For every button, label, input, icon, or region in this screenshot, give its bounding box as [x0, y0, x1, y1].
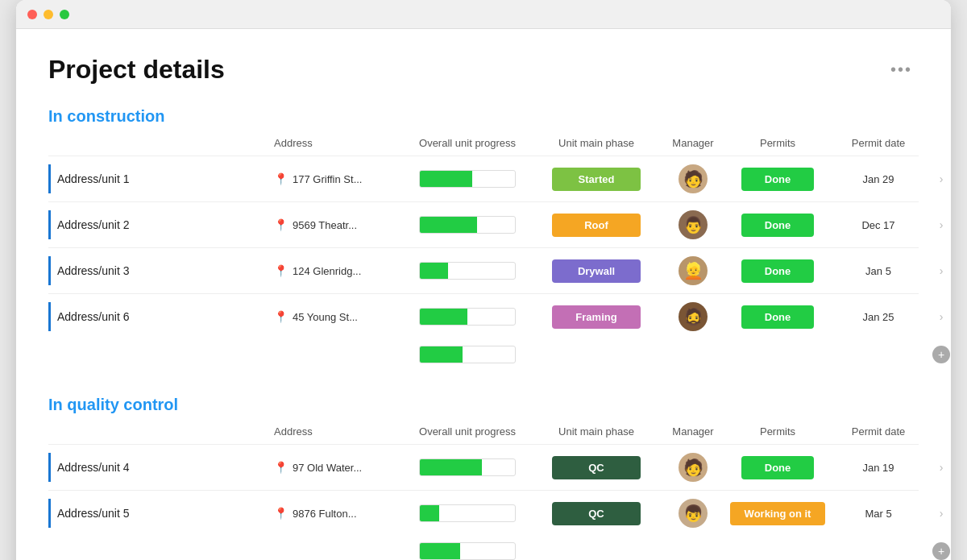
add-row-button[interactable]: +: [927, 542, 951, 560]
address-cell: 📍124 Glenridg...: [274, 264, 403, 277]
avatar: 🧑: [679, 453, 708, 482]
col-header-progress: Overall unit progress: [403, 137, 532, 149]
unit-label: Address/unit 3: [48, 256, 274, 285]
address-cell: 📍97 Old Water...: [274, 461, 403, 474]
progress-bar-fill: [420, 263, 448, 279]
table-row: Address/unit 3📍124 Glenridg...Drywall👱Do…: [48, 247, 919, 293]
col-header-phase: Unit main phase: [532, 137, 661, 149]
page-header: Project details •••: [48, 55, 919, 85]
manager-cell: 👱: [661, 256, 725, 285]
address-text: 45 Young St...: [293, 311, 358, 323]
progress-bar-fill: [420, 309, 467, 325]
summary-progress: [403, 346, 532, 363]
row-chevron[interactable]: ›: [927, 461, 951, 474]
section-title-in-quality-control: In quality control: [48, 396, 919, 414]
row-chevron[interactable]: ›: [927, 218, 951, 231]
plus-icon: +: [932, 346, 950, 363]
phase-cell: Roof: [532, 214, 661, 237]
location-icon: 📍: [274, 507, 288, 520]
col-header-phase: Unit main phase: [532, 425, 661, 438]
table-in-construction: AddressOverall unit progressUnit main ph…: [48, 137, 919, 367]
progress-cell: [403, 216, 532, 234]
main-content: Project details ••• In constructionAddre…: [16, 29, 951, 560]
permit-badge: Done: [741, 168, 814, 191]
row-chevron[interactable]: ›: [927, 172, 951, 185]
address-text: 9569 Theatr...: [293, 219, 357, 231]
summary-progress-bar: [419, 346, 516, 363]
phase-badge: Framing: [552, 305, 641, 329]
avatar: 👨: [679, 210, 708, 239]
progress-bar: [419, 504, 516, 522]
phase-badge: Started: [552, 168, 641, 191]
phase-cell: QC: [532, 456, 661, 479]
progress-bar: [419, 308, 516, 326]
summary-progress-fill: [420, 346, 463, 363]
section-title-in-construction: In construction: [48, 107, 919, 126]
progress-bar: [419, 216, 516, 234]
row-chevron[interactable]: ›: [927, 310, 951, 323]
avatar: 👱: [679, 256, 708, 285]
address-cell: 📍177 Griffin St...: [274, 172, 403, 185]
address-text: 177 Griffin St...: [293, 173, 362, 185]
address-text: 97 Old Water...: [293, 462, 362, 474]
row-chevron[interactable]: ›: [927, 507, 951, 520]
permits-cell: Done: [725, 305, 830, 329]
permits-cell: Done: [725, 214, 830, 237]
manager-cell: 👨: [661, 210, 725, 239]
address-cell: 📍9876 Fulton...: [274, 507, 403, 520]
avatar: 🧔: [679, 302, 708, 331]
location-icon: 📍: [274, 172, 288, 185]
table-row: Address/unit 5📍9876 Fulton...QC👦Working …: [48, 490, 919, 536]
table-row: Address/unit 2📍9569 Theatr...Roof👨DoneDe…: [48, 201, 919, 247]
app-window: Project details ••• In constructionAddre…: [16, 0, 951, 560]
summary-row: +: [48, 536, 919, 560]
close-dot[interactable]: [27, 10, 37, 19]
table-header-row: AddressOverall unit progressUnit main ph…: [48, 137, 919, 156]
more-options-button[interactable]: •••: [884, 57, 919, 82]
section-in-quality-control: In quality controlAddressOverall unit pr…: [48, 396, 919, 560]
summary-progress-fill: [420, 543, 460, 559]
unit-label: Address/unit 1: [48, 164, 274, 193]
table-header-row: AddressOverall unit progressUnit main ph…: [48, 425, 919, 444]
permit-date: Jan 25: [830, 311, 927, 323]
progress-bar: [419, 262, 516, 280]
manager-cell: 👦: [661, 499, 725, 528]
permit-date: Jan 29: [830, 173, 927, 185]
plus-icon: +: [932, 542, 950, 560]
permits-cell: Working on it: [725, 502, 830, 525]
location-icon: 📍: [274, 310, 288, 323]
location-icon: 📍: [274, 264, 288, 277]
unit-label: Address/unit 4: [48, 453, 274, 482]
permit-badge: Done: [741, 305, 814, 329]
phase-badge: Drywall: [552, 259, 641, 283]
avatar: 🧑: [679, 164, 708, 193]
minimize-dot[interactable]: [44, 10, 53, 19]
progress-cell: [403, 308, 532, 326]
table-row: Address/unit 4📍97 Old Water...QC🧑DoneJan…: [48, 444, 919, 490]
summary-row: +: [48, 339, 919, 367]
maximize-dot[interactable]: [60, 10, 69, 19]
progress-cell: [403, 262, 532, 280]
progress-bar-fill: [420, 171, 472, 187]
permit-date: Mar 5: [830, 508, 927, 520]
permit-badge: Done: [741, 214, 814, 237]
col-header-permit_date: Permit date: [830, 137, 927, 149]
location-icon: 📍: [274, 461, 288, 474]
permit-date: Jan 19: [830, 462, 927, 474]
progress-bar-fill: [420, 505, 439, 521]
location-icon: 📍: [274, 218, 288, 231]
progress-bar-fill: [420, 217, 477, 233]
address-text: 124 Glenridg...: [293, 265, 361, 277]
address-cell: 📍9569 Theatr...: [274, 218, 403, 231]
address-text: 9876 Fulton...: [293, 508, 357, 520]
permit-badge: Done: [741, 456, 814, 479]
col-header-permits: Permits: [725, 425, 830, 438]
phase-cell: Drywall: [532, 259, 661, 283]
add-row-button[interactable]: +: [927, 346, 951, 363]
manager-cell: 🧑: [661, 164, 725, 193]
row-chevron[interactable]: ›: [927, 264, 951, 277]
address-cell: 📍45 Young St...: [274, 310, 403, 323]
table-row: Address/unit 6📍45 Young St...Framing🧔Don…: [48, 293, 919, 339]
phase-badge: QC: [552, 456, 641, 479]
unit-label: Address/unit 2: [48, 210, 274, 239]
